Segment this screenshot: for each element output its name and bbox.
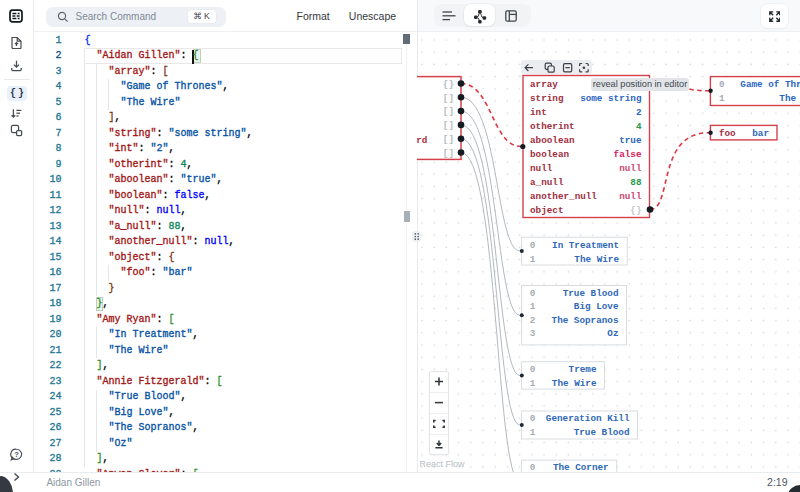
svg-text:1: 1 xyxy=(719,92,725,103)
svg-text:bar: bar xyxy=(752,127,769,138)
svg-text:The Wire: The Wire xyxy=(574,254,619,265)
svg-text:string: string xyxy=(530,92,564,103)
svg-text:[]: [] xyxy=(443,92,454,103)
svg-text:null: null xyxy=(619,190,642,201)
svg-text:Generation Kill: Generation Kill xyxy=(546,413,630,424)
svg-text:{}: {} xyxy=(630,204,641,215)
svg-text:null: null xyxy=(619,162,642,173)
svg-text:1: 1 xyxy=(530,377,536,388)
svg-text:int: int xyxy=(530,106,547,117)
svg-text:Big Love: Big Love xyxy=(574,301,619,312)
svg-text:false: false xyxy=(614,148,642,159)
svg-text:3: 3 xyxy=(530,328,536,339)
svg-text:true: true xyxy=(619,134,642,145)
svg-text:Alexander Skarsgard: Alexander Skarsgard xyxy=(417,135,427,146)
svg-text:0: 0 xyxy=(719,78,725,89)
svg-text:boolean: boolean xyxy=(530,148,569,159)
svg-text:True Blood: True Blood xyxy=(563,287,619,298)
svg-text:0: 0 xyxy=(530,240,536,251)
svg-text:[]: [] xyxy=(443,106,454,117)
svg-text:object: object xyxy=(530,204,563,215)
svg-text:Treme: Treme xyxy=(569,363,597,374)
svg-text:a_null: a_null xyxy=(530,176,564,187)
svg-text:2: 2 xyxy=(530,314,536,325)
svg-text:1: 1 xyxy=(530,254,536,265)
svg-text:0: 0 xyxy=(530,287,536,298)
svg-text:null: null xyxy=(530,162,553,173)
svg-text:88: 88 xyxy=(630,176,642,187)
svg-text:4: 4 xyxy=(636,120,642,131)
svg-text:The Wire: The Wire xyxy=(552,377,597,388)
svg-text:2: 2 xyxy=(636,106,642,117)
svg-text:Game of Thrones: Game of Thrones xyxy=(740,78,800,89)
svg-text:[]: [] xyxy=(443,120,454,131)
svg-text:[]: [] xyxy=(443,147,454,158)
svg-text:another_null: another_null xyxy=(530,190,597,201)
svg-text:The Sopranos: The Sopranos xyxy=(552,314,619,325)
svg-text:The Wire: The Wire xyxy=(779,92,800,103)
svg-text:1: 1 xyxy=(530,427,536,438)
svg-text:In Treatment: In Treatment xyxy=(552,240,619,251)
svg-text:The Corner: The Corner xyxy=(553,462,609,472)
svg-text:1: 1 xyxy=(530,301,536,312)
svg-text:?: ? xyxy=(14,450,19,459)
svg-text:0: 0 xyxy=(530,363,536,374)
svg-text:0: 0 xyxy=(530,413,536,424)
svg-text:otherint: otherint xyxy=(530,120,575,131)
svg-text:aboolean: aboolean xyxy=(530,134,575,145)
svg-text:[]: [] xyxy=(443,133,454,144)
svg-text:some string: some string xyxy=(580,92,642,103)
svg-text:0: 0 xyxy=(530,462,536,472)
svg-text:foo: foo xyxy=(719,127,736,138)
svg-text:Oz: Oz xyxy=(607,328,618,339)
svg-text:array: array xyxy=(530,78,558,89)
svg-text:{}: {} xyxy=(443,78,454,89)
svg-text:True Blood: True Blood xyxy=(574,427,630,438)
